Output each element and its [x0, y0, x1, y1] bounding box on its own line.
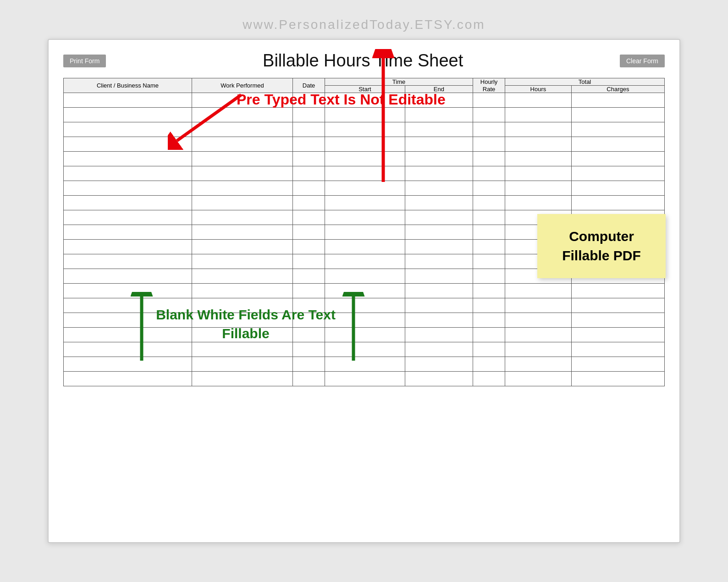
- table-cell[interactable]: [293, 225, 325, 240]
- table-cell[interactable]: [192, 196, 293, 210]
- table-cell[interactable]: [571, 137, 664, 152]
- table-cell[interactable]: [64, 328, 192, 342]
- table-cell[interactable]: [293, 342, 325, 357]
- table-cell[interactable]: [473, 284, 505, 298]
- table-cell[interactable]: [192, 284, 293, 298]
- table-cell[interactable]: [571, 181, 664, 196]
- table-cell[interactable]: [505, 108, 572, 122]
- table-cell[interactable]: [64, 196, 192, 210]
- table-cell[interactable]: [473, 166, 505, 181]
- table-cell[interactable]: [473, 225, 505, 240]
- table-cell[interactable]: [571, 108, 664, 122]
- table-cell[interactable]: [293, 357, 325, 372]
- table-cell[interactable]: [473, 93, 505, 108]
- table-cell[interactable]: [405, 372, 473, 386]
- table-cell[interactable]: [325, 298, 405, 313]
- table-cell[interactable]: [405, 298, 473, 313]
- table-cell[interactable]: [293, 210, 325, 225]
- table-cell[interactable]: [64, 181, 192, 196]
- table-cell[interactable]: [473, 137, 505, 152]
- table-cell[interactable]: [293, 284, 325, 298]
- table-cell[interactable]: [473, 152, 505, 166]
- table-cell[interactable]: [64, 313, 192, 328]
- table-cell[interactable]: [192, 181, 293, 196]
- table-cell[interactable]: [571, 313, 664, 328]
- table-cell[interactable]: [64, 93, 192, 108]
- table-cell[interactable]: [505, 372, 572, 386]
- table-cell[interactable]: [571, 152, 664, 166]
- table-cell[interactable]: [571, 196, 664, 210]
- table-cell[interactable]: [325, 166, 405, 181]
- table-cell[interactable]: [64, 269, 192, 284]
- table-cell[interactable]: [64, 372, 192, 386]
- table-cell[interactable]: [64, 298, 192, 313]
- table-cell[interactable]: [405, 108, 473, 122]
- table-cell[interactable]: [473, 328, 505, 342]
- table-cell[interactable]: [192, 166, 293, 181]
- table-cell[interactable]: [473, 181, 505, 196]
- table-cell[interactable]: [405, 284, 473, 298]
- table-cell[interactable]: [473, 254, 505, 269]
- table-cell[interactable]: [192, 328, 293, 342]
- table-cell[interactable]: [293, 328, 325, 342]
- table-cell[interactable]: [571, 357, 664, 372]
- table-cell[interactable]: [571, 284, 664, 298]
- table-cell[interactable]: [64, 210, 192, 225]
- table-cell[interactable]: [293, 372, 325, 386]
- table-cell[interactable]: [64, 357, 192, 372]
- table-cell[interactable]: [192, 93, 293, 108]
- table-cell[interactable]: [325, 240, 405, 254]
- table-cell[interactable]: [293, 108, 325, 122]
- table-cell[interactable]: [64, 137, 192, 152]
- table-cell[interactable]: [405, 254, 473, 269]
- table-cell[interactable]: [571, 298, 664, 313]
- table-cell[interactable]: [192, 210, 293, 225]
- table-cell[interactable]: [293, 254, 325, 269]
- table-cell[interactable]: [192, 122, 293, 137]
- table-cell[interactable]: [505, 254, 572, 269]
- table-cell[interactable]: [505, 313, 572, 328]
- print-form-button[interactable]: Print Form: [63, 55, 106, 67]
- table-cell[interactable]: [293, 137, 325, 152]
- table-cell[interactable]: [192, 108, 293, 122]
- table-cell[interactable]: [64, 254, 192, 269]
- table-cell[interactable]: [571, 254, 664, 269]
- table-cell[interactable]: [505, 240, 572, 254]
- table-cell[interactable]: [571, 240, 664, 254]
- table-cell[interactable]: [293, 269, 325, 284]
- table-cell[interactable]: [64, 108, 192, 122]
- table-cell[interactable]: [64, 152, 192, 166]
- table-cell[interactable]: [192, 240, 293, 254]
- table-cell[interactable]: [192, 269, 293, 284]
- table-cell[interactable]: [325, 269, 405, 284]
- table-cell[interactable]: [192, 313, 293, 328]
- table-cell[interactable]: [405, 122, 473, 137]
- table-cell[interactable]: [64, 166, 192, 181]
- table-cell[interactable]: [192, 137, 293, 152]
- table-cell[interactable]: [505, 225, 572, 240]
- table-cell[interactable]: [192, 254, 293, 269]
- table-cell[interactable]: [473, 342, 505, 357]
- table-cell[interactable]: [571, 210, 664, 225]
- table-cell[interactable]: [405, 166, 473, 181]
- table-cell[interactable]: [505, 137, 572, 152]
- table-cell[interactable]: [325, 196, 405, 210]
- table-cell[interactable]: [64, 225, 192, 240]
- table-cell[interactable]: [325, 181, 405, 196]
- table-cell[interactable]: [505, 122, 572, 137]
- table-cell[interactable]: [293, 240, 325, 254]
- table-cell[interactable]: [571, 372, 664, 386]
- table-cell[interactable]: [325, 372, 405, 386]
- table-cell[interactable]: [505, 196, 572, 210]
- table-cell[interactable]: [293, 93, 325, 108]
- table-cell[interactable]: [325, 313, 405, 328]
- table-cell[interactable]: [64, 342, 192, 357]
- table-cell[interactable]: [571, 342, 664, 357]
- table-cell[interactable]: [505, 342, 572, 357]
- table-cell[interactable]: [325, 342, 405, 357]
- table-cell[interactable]: [192, 372, 293, 386]
- table-cell[interactable]: [325, 152, 405, 166]
- table-cell[interactable]: [571, 225, 664, 240]
- table-cell[interactable]: [505, 93, 572, 108]
- table-cell[interactable]: [473, 269, 505, 284]
